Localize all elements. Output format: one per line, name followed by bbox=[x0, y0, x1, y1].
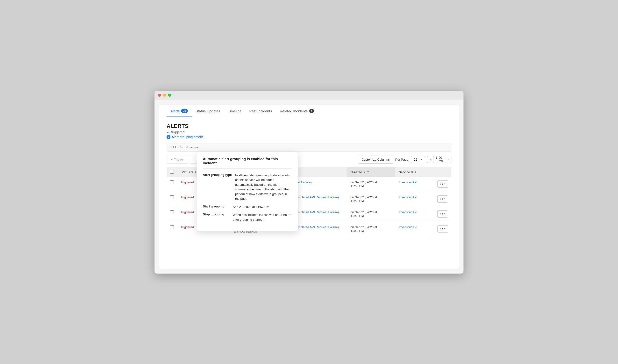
popover-stop-grouping-label: Stop grouping bbox=[203, 212, 229, 216]
tab-timeline[interactable]: Timeline bbox=[224, 105, 245, 117]
gear-icon: ⚙ bbox=[440, 197, 443, 201]
chevron-down-icon: ▾ bbox=[444, 212, 445, 215]
tab-related-incidents[interactable]: Related Incidents 4 bbox=[276, 105, 318, 117]
row-service-0[interactable]: Inventory API bbox=[399, 181, 417, 184]
service-filter-icon[interactable]: ▼ bbox=[414, 170, 417, 173]
traffic-lights bbox=[158, 94, 171, 97]
row-checkbox-2[interactable] bbox=[170, 210, 174, 214]
alert-grouping-link[interactable]: i Alert grouping details bbox=[167, 135, 451, 139]
gear-icon: ⚙ bbox=[440, 212, 443, 216]
th-status-label: Status bbox=[181, 170, 190, 174]
customize-columns-button[interactable]: Customize Columns bbox=[358, 156, 393, 164]
grouping-link-text: Alert grouping details bbox=[172, 135, 203, 139]
row-created-0: on Sep 21, 2020 at11:58 PM bbox=[350, 181, 377, 188]
popover-start-grouping-value: Sep 21, 2020 at 11:57 PM bbox=[233, 205, 269, 209]
tab-alerts[interactable]: Alerts 20 bbox=[167, 105, 192, 117]
trigger-button[interactable]: ▶ Trigger bbox=[167, 156, 188, 164]
row-service-3[interactable]: Inventory API bbox=[399, 225, 417, 229]
per-page-label: Per Page: bbox=[395, 158, 409, 161]
status-filter-icon[interactable]: ▼ bbox=[194, 170, 197, 173]
th-checkbox bbox=[167, 168, 177, 177]
th-service-sort[interactable]: Service ⇅ ▼ bbox=[399, 170, 417, 174]
main-content: Alerts 20 Status Updates Timeline Past I… bbox=[159, 105, 459, 269]
tab-past-incidents[interactable]: Past Incidents bbox=[245, 105, 276, 117]
row-service-1[interactable]: Inventory API bbox=[399, 195, 417, 199]
popover-stop-grouping-value: When this incident is resolved or 24-hou… bbox=[233, 212, 292, 222]
created-sort-icon: ▲ bbox=[363, 170, 366, 173]
filters-value: No active bbox=[185, 145, 199, 149]
chevron-down-icon: ▾ bbox=[444, 197, 445, 200]
tab-past-incidents-label: Past Incidents bbox=[249, 109, 272, 113]
minimize-button[interactable] bbox=[163, 94, 166, 97]
popover-start-grouping-row: Start grouping Sep 21, 2020 at 11:57 PM bbox=[203, 205, 292, 209]
tab-alerts-badge: 20 bbox=[181, 109, 188, 113]
popover-grouping-type-label: Alert grouping type bbox=[203, 173, 232, 177]
trigger-icon: ▶ bbox=[171, 158, 173, 161]
app-window: Alerts 20 Status Updates Timeline Past I… bbox=[155, 91, 463, 273]
section-title: ALERTS bbox=[167, 123, 451, 129]
tab-status-updates-label: Status Updates bbox=[196, 109, 220, 113]
th-service-label: Service bbox=[399, 170, 410, 174]
popover-start-grouping-label: Start grouping bbox=[203, 205, 229, 208]
pagination-total: of 20 bbox=[436, 159, 443, 163]
created-filter-icon[interactable]: ▼ bbox=[367, 170, 369, 173]
resolve-icon: ✓ bbox=[194, 158, 196, 161]
row-checkbox-3[interactable] bbox=[170, 225, 174, 229]
th-status-sort[interactable]: Status ⇅ ▼ bbox=[181, 170, 197, 174]
gear-icon: ⚙ bbox=[440, 227, 443, 231]
row-checkbox-1[interactable] bbox=[170, 195, 174, 199]
pagination-info: 1-20 of 20 bbox=[436, 156, 443, 163]
row-service-2[interactable]: Inventory API bbox=[399, 210, 417, 214]
gear-icon: ⚙ bbox=[440, 182, 443, 186]
section-header: ALERTS 20 triggered i Alert grouping det… bbox=[167, 123, 451, 139]
th-created-sort[interactable]: Created ▲ ▼ bbox=[350, 170, 369, 174]
section-subtitle: 20 triggered bbox=[167, 130, 451, 134]
status-sort-icon: ⇅ bbox=[191, 170, 193, 174]
th-actions bbox=[434, 168, 451, 177]
row-created-2: on Sep 21, 2020 at11:58 PM bbox=[350, 210, 377, 218]
th-created: Created ▲ ▼ bbox=[347, 168, 395, 177]
row-action-btn-1[interactable]: ⚙ ▾ bbox=[437, 195, 448, 203]
alert-grouping-popover: Automatic alert grouping is enabled for … bbox=[197, 152, 298, 232]
info-icon: i bbox=[167, 135, 170, 139]
popover-grouping-type-row: Alert grouping type Intelligent alert gr… bbox=[203, 173, 292, 201]
row-status-3: Triggered bbox=[181, 225, 194, 229]
row-action-btn-3[interactable]: ⚙ ▾ bbox=[437, 225, 448, 233]
close-button[interactable] bbox=[158, 94, 161, 97]
th-created-label: Created bbox=[350, 170, 362, 174]
tab-related-incidents-badge: 4 bbox=[309, 109, 314, 113]
row-status-2: Triggered bbox=[181, 210, 194, 214]
tabs-bar: Alerts 20 Status Updates Timeline Past I… bbox=[159, 105, 459, 117]
popover-grouping-type-value: Intelligent alert grouping. Related aler… bbox=[235, 173, 292, 201]
row-action-btn-2[interactable]: ⚙ ▾ bbox=[437, 210, 448, 218]
row-created-1: on Sep 21, 2020 at11:58 PM bbox=[350, 195, 377, 203]
pagination-range: 1-20 bbox=[436, 156, 442, 159]
filters-bar: FILTERS: No active bbox=[167, 143, 451, 152]
row-created-3: on Sep 21, 2020 at11:58 PM bbox=[350, 225, 377, 233]
maximize-button[interactable] bbox=[168, 94, 171, 97]
tab-status-updates[interactable]: Status Updates bbox=[192, 105, 224, 117]
row-checkbox-0[interactable] bbox=[170, 181, 174, 184]
service-sort-icon: ⇅ bbox=[411, 170, 413, 174]
chevron-down-icon: ▾ bbox=[444, 182, 445, 185]
popover-title: Automatic alert grouping is enabled for … bbox=[203, 157, 292, 169]
th-service: Service ⇅ ▼ bbox=[395, 168, 434, 177]
select-all-checkbox[interactable] bbox=[170, 170, 174, 174]
pagination-prev-button[interactable]: ‹ bbox=[427, 156, 434, 163]
titlebar bbox=[155, 91, 463, 100]
filters-label: FILTERS: bbox=[171, 145, 184, 149]
popover-stop-grouping-row: Stop grouping When this incident is reso… bbox=[203, 212, 292, 222]
trigger-label: Trigger bbox=[174, 158, 184, 161]
pagination-next-button[interactable]: › bbox=[445, 156, 451, 163]
row-action-btn-0[interactable]: ⚙ ▾ bbox=[437, 181, 448, 188]
row-status-0: Triggered bbox=[181, 181, 194, 184]
customize-columns-label: Customize Columns bbox=[362, 158, 390, 161]
per-page-select[interactable]: 25 50 100 bbox=[411, 156, 425, 163]
tab-alerts-label: Alerts bbox=[170, 109, 180, 113]
tab-related-incidents-label: Related Incidents bbox=[280, 109, 308, 113]
chevron-down-icon: ▾ bbox=[444, 227, 445, 230]
row-status-1: Triggered bbox=[181, 195, 194, 199]
tab-timeline-label: Timeline bbox=[228, 109, 242, 113]
